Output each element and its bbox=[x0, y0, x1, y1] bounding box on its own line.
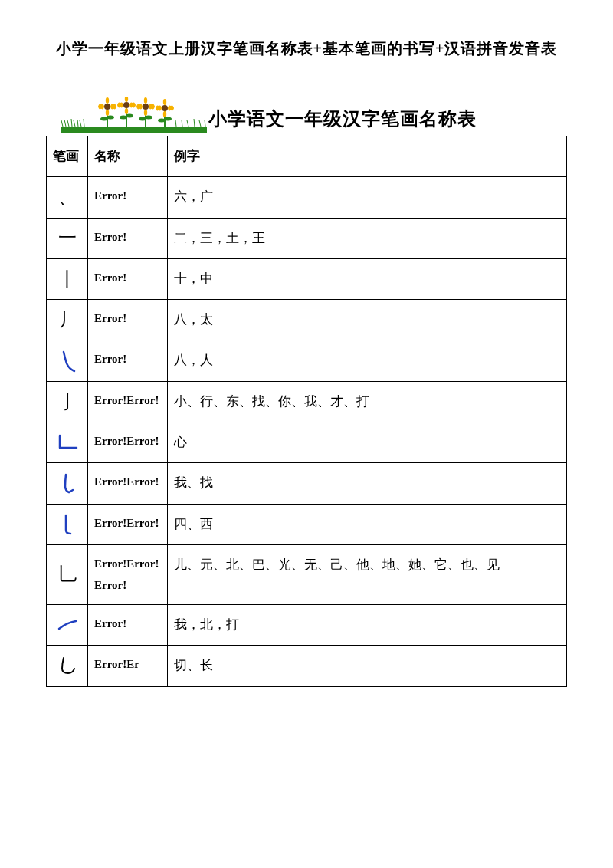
table-header-row: 笔画 名称 例字 bbox=[47, 136, 567, 177]
section-header-row: 小学语文一年级汉字笔画名称表 bbox=[46, 97, 567, 136]
svg-point-46 bbox=[144, 110, 147, 116]
stroke-table: 笔画 名称 例字 、Error!六，广一Error!二，三，土，王丨Error!… bbox=[46, 136, 567, 687]
svg-point-58 bbox=[163, 111, 166, 117]
svg-point-53 bbox=[164, 117, 172, 121]
table-row: Error!Error!我、找 bbox=[47, 463, 567, 504]
stroke-cell: 一 bbox=[47, 218, 88, 258]
svg-point-18 bbox=[106, 97, 109, 104]
svg-line-5 bbox=[74, 120, 75, 127]
stroke-cell bbox=[47, 340, 88, 381]
example-cell: 我，北，打 bbox=[168, 604, 567, 645]
example-cell: 八，太 bbox=[168, 300, 567, 340]
page-title: 小学一年级语文上册汉字笔画名称表+基本笔画的书写+汉语拼音发音表 bbox=[46, 38, 567, 59]
svg-point-26 bbox=[104, 104, 110, 110]
stroke-cell: 亅 bbox=[47, 381, 88, 422]
table-row: 一Error!二，三，土，王 bbox=[47, 218, 567, 258]
table-row: Error!Error!心 bbox=[47, 422, 567, 463]
header-name: 名称 bbox=[88, 136, 168, 177]
example-cell: 四、西 bbox=[168, 504, 567, 544]
example-cell: 儿、元、北、巴、光、无、己、他、地、她、它、也、见 bbox=[168, 544, 567, 604]
stroke-cell: 乚 bbox=[47, 544, 88, 604]
example-cell: 八，人 bbox=[168, 340, 567, 381]
svg-point-30 bbox=[125, 97, 128, 102]
name-cell: Error! bbox=[88, 218, 168, 258]
svg-line-6 bbox=[77, 120, 78, 127]
name-cell: Error! bbox=[88, 258, 168, 299]
svg-line-9 bbox=[175, 120, 176, 127]
flower-decoration-icon bbox=[46, 97, 207, 136]
stroke-cell bbox=[47, 604, 88, 645]
svg-point-17 bbox=[107, 116, 114, 120]
svg-line-3 bbox=[67, 120, 69, 127]
svg-line-7 bbox=[80, 120, 81, 127]
name-cell: Error! bbox=[88, 340, 168, 381]
stroke-cell bbox=[47, 646, 88, 686]
example-cell: 切、长 bbox=[168, 646, 567, 686]
svg-point-34 bbox=[125, 108, 128, 114]
svg-point-29 bbox=[126, 114, 133, 118]
example-cell: 小、行、东、找、你、我、才、打 bbox=[168, 381, 567, 422]
example-cell: 十，中 bbox=[168, 258, 567, 299]
svg-point-50 bbox=[143, 104, 149, 110]
svg-line-14 bbox=[205, 120, 205, 127]
name-cell: Error! bbox=[88, 300, 168, 340]
stroke-cell: 丿 bbox=[47, 300, 88, 340]
svg-rect-0 bbox=[61, 127, 207, 133]
table-row: Error!我，北，打 bbox=[47, 604, 567, 645]
stroke-cell bbox=[47, 504, 88, 544]
svg-line-4 bbox=[71, 119, 72, 127]
svg-line-12 bbox=[194, 119, 195, 127]
svg-point-41 bbox=[145, 116, 152, 120]
example-cell: 二，三，土，王 bbox=[168, 218, 567, 258]
name-cell: Error!Error! bbox=[88, 381, 168, 422]
svg-line-13 bbox=[199, 120, 201, 127]
example-cell: 我、找 bbox=[168, 463, 567, 504]
name-cell: Error! bbox=[88, 604, 168, 645]
name-cell: Error!Error! bbox=[88, 422, 168, 463]
svg-point-42 bbox=[144, 97, 147, 104]
svg-point-22 bbox=[106, 110, 109, 116]
example-cell: 心 bbox=[168, 422, 567, 463]
svg-point-62 bbox=[162, 105, 168, 111]
svg-point-54 bbox=[163, 99, 166, 105]
header-example: 例字 bbox=[168, 136, 567, 177]
table-row: Error!Error!四、西 bbox=[47, 504, 567, 544]
table-row: Error!Er切、长 bbox=[47, 646, 567, 686]
name-cell: Error!Error! bbox=[88, 463, 168, 504]
svg-line-10 bbox=[182, 120, 182, 127]
stroke-cell bbox=[47, 463, 88, 504]
name-cell: Error! bbox=[88, 177, 168, 218]
table-row: 乚Error!Error!Error!儿、元、北、巴、光、无、己、他、地、她、它… bbox=[47, 544, 567, 604]
stroke-cell bbox=[47, 422, 88, 463]
header-stroke: 笔画 bbox=[47, 136, 88, 177]
name-cell: Error!Error!Error! bbox=[88, 544, 168, 604]
table-row: 丨Error!十，中 bbox=[47, 258, 567, 299]
svg-line-1 bbox=[61, 120, 63, 127]
svg-line-11 bbox=[187, 120, 188, 127]
name-cell: Error!Er bbox=[88, 646, 168, 686]
name-cell: Error!Error! bbox=[88, 504, 168, 544]
example-cell: 六，广 bbox=[168, 177, 567, 218]
table-row: Error!八，人 bbox=[47, 340, 567, 381]
table-row: 、Error!六，广 bbox=[47, 177, 567, 218]
table-row: 丿Error!八，太 bbox=[47, 300, 567, 340]
svg-point-38 bbox=[123, 102, 129, 108]
svg-line-8 bbox=[84, 119, 84, 127]
stroke-cell: 、 bbox=[47, 177, 88, 218]
section-title: 小学语文一年级汉字笔画名称表 bbox=[207, 107, 477, 136]
stroke-cell: 丨 bbox=[47, 258, 88, 299]
table-row: 亅Error!Error!小、行、东、找、你、我、才、打 bbox=[47, 381, 567, 422]
svg-line-2 bbox=[64, 120, 66, 127]
